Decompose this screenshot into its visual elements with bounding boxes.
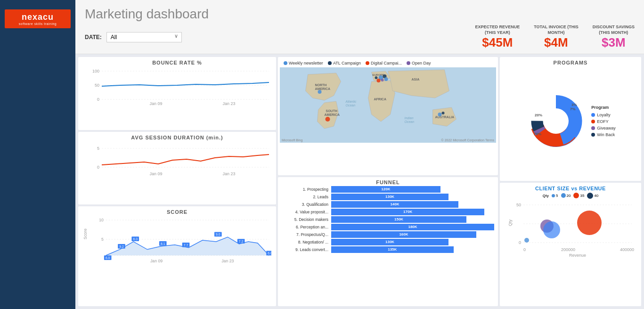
- svg-text:Atlantic: Atlantic: [345, 100, 357, 103]
- funnel-rows: 1. Prospecting 120K 2. Leads 130K 3. Qua…: [282, 186, 494, 253]
- header: Marketing dashboard DATE: All This Month…: [75, 0, 644, 54]
- score-card: SCORE 10 5 Score: [78, 206, 276, 306]
- legend-label-atl: ATL Campaign: [333, 61, 361, 65]
- left-column: BOUNCE RATE % 100 50 0 Jan 09: [78, 57, 276, 306]
- avg-session-title: AVG SESSION DURATION (min.): [83, 135, 271, 140]
- svg-text:7.7: 7.7: [184, 244, 188, 247]
- score-title: SCORE: [83, 209, 271, 215]
- legend-5: 5: [552, 194, 558, 198]
- programs-card: PROGRAMS: [500, 57, 641, 180]
- funnel-row-label: 1. Prospecting: [282, 187, 331, 192]
- date-filter: DATE: All This Month This Year: [85, 32, 182, 42]
- funnel-bar-wrap: 135K: [331, 246, 494, 253]
- donut-legend-title: Program: [591, 105, 616, 110]
- svg-text:6.0: 6.0: [106, 257, 110, 260]
- svg-text:0: 0: [519, 240, 521, 245]
- funnel-bar-wrap: 150K: [331, 216, 494, 223]
- sidebar: nexacu software skills training: [0, 0, 75, 309]
- svg-text:6.0: 6.0: [268, 252, 271, 255]
- map-watermark: Microsoft Bing: [282, 138, 302, 142]
- svg-point-54: [377, 79, 381, 82]
- funnel-row-label: 9. Leads convert...: [282, 247, 331, 252]
- svg-text:Jan 09: Jan 09: [149, 171, 162, 176]
- legend-label-openday: Open Day: [412, 61, 431, 65]
- svg-text:7.2: 7.2: [239, 240, 244, 243]
- funnel-bar: 180K: [331, 224, 494, 230]
- svg-text:Indian: Indian: [405, 116, 414, 120]
- svg-text:Qty: Qty: [508, 219, 513, 226]
- svg-text:5: 5: [97, 146, 99, 151]
- bubble-legend-label-5: 5: [556, 194, 558, 198]
- funnel-bar-wrap: 140K: [331, 201, 494, 208]
- funnel-bar-wrap: 160K: [331, 231, 494, 238]
- donut-legend: Program Loyalty EOFY Givea: [591, 105, 616, 137]
- date-select-wrap[interactable]: All This Month This Year: [106, 32, 182, 42]
- funnel-row: 7. Prospectus/Q... 160K: [282, 231, 494, 238]
- donut-svg-2: 20% 7% 3% 70%: [525, 90, 587, 152]
- kpi-value-1: $45M: [475, 35, 520, 50]
- kpi-expected-revenue: EXPECTED REVENUE(THIS YEAR) $45M: [475, 24, 520, 50]
- legend-winback: Win Back: [591, 132, 616, 137]
- svg-point-59: [442, 112, 445, 114]
- bubble-legend-label-40: 40: [594, 194, 598, 198]
- funnel-row-label: 5. Decision makers: [282, 217, 331, 222]
- svg-text:AMERICA: AMERICA: [315, 87, 331, 90]
- funnel-bar-value: 130K: [385, 195, 394, 199]
- svg-text:EUROPE: EUROPE: [373, 73, 384, 76]
- svg-text:Jan 23: Jan 23: [222, 171, 235, 176]
- client-size-card: CLIENT SIZE vs REVENUE Qty 5 20: [500, 183, 641, 306]
- legend-eofy: EOFY: [591, 119, 616, 124]
- svg-text:Ocean: Ocean: [405, 120, 415, 123]
- svg-point-81: [524, 238, 529, 243]
- funnel-row: 1. Prospecting 120K: [282, 186, 494, 193]
- funnel-bar-value: 150K: [394, 217, 403, 221]
- funnel-row-label: 4. Value proposit...: [282, 210, 331, 214]
- mid-column: Weekly newsletter ATL Campaign Digital C…: [278, 57, 498, 306]
- funnel-bar-value: 160K: [399, 232, 408, 236]
- bubble-legend-dot-20: [561, 193, 566, 198]
- kpi-label-1: EXPECTED REVENUE(THIS YEAR): [475, 24, 520, 35]
- svg-text:AMERICA: AMERICA: [325, 113, 340, 116]
- svg-text:0: 0: [97, 97, 99, 102]
- funnel-row-label: 7. Prospectus/Q...: [282, 232, 331, 237]
- funnel-row-label: 2. Leads: [282, 195, 331, 199]
- svg-text:20%: 20%: [535, 113, 542, 117]
- legend-label-loyalty: Loyalty: [597, 113, 611, 117]
- legend-dot-weekly: [284, 61, 287, 65]
- funnel-bar-wrap: 130K: [331, 194, 494, 200]
- kpi-discount-savings: DISCOUNT SAVINGS(THIS MONTH) $3M: [593, 24, 635, 50]
- client-size-title: CLIENT SIZE vs REVENUE: [505, 186, 636, 191]
- svg-text:SOUTH: SOUTH: [326, 109, 338, 113]
- funnel-bar-wrap: 130K: [331, 239, 494, 245]
- logo-sub: software skills training: [9, 22, 66, 25]
- main-content: Marketing dashboard DATE: All This Month…: [75, 0, 644, 309]
- svg-text:100: 100: [92, 69, 99, 73]
- programs-title: PROGRAMS: [505, 60, 636, 65]
- qty-label: Qty: [543, 194, 549, 198]
- donut-chart: 20% 7% 3% 70%: [525, 90, 587, 152]
- svg-text:0: 0: [97, 165, 99, 170]
- svg-point-84: [577, 211, 602, 235]
- funnel-bar-value: 180K: [408, 225, 417, 229]
- funnel-bar: 130K: [331, 239, 448, 245]
- svg-text:0: 0: [523, 247, 526, 252]
- svg-text:7%: 7%: [570, 107, 576, 111]
- map-card: Weekly newsletter ATL Campaign Digital C…: [278, 57, 498, 175]
- funnel-bar: 150K: [331, 216, 466, 223]
- svg-text:6.0: 6.0: [133, 238, 138, 241]
- svg-text:Jan 23: Jan 23: [221, 259, 234, 263]
- svg-text:3%: 3%: [571, 103, 577, 107]
- legend-40: 40: [587, 193, 598, 199]
- bounce-rate-card: BOUNCE RATE % 100 50 0 Jan 09: [78, 57, 276, 130]
- funnel-title: FUNNEL: [282, 179, 494, 185]
- kpi-label-3: DISCOUNT SAVINGS(THIS MONTH): [593, 24, 635, 35]
- legend-digital: Digital Campai...: [366, 61, 402, 65]
- svg-text:Score: Score: [83, 229, 88, 240]
- date-select[interactable]: All This Month This Year: [106, 32, 182, 42]
- logo-text: nexacu: [9, 12, 66, 22]
- legend-dot-giveaway: [591, 126, 595, 130]
- map-copyright: © 2022 Microsoft Corporation Terms: [441, 138, 494, 142]
- avg-session-chart: 5 0 Jan 09 Jan 23: [83, 141, 271, 179]
- legend-35: 35: [573, 193, 584, 198]
- kpi-value-3: $3M: [593, 35, 635, 50]
